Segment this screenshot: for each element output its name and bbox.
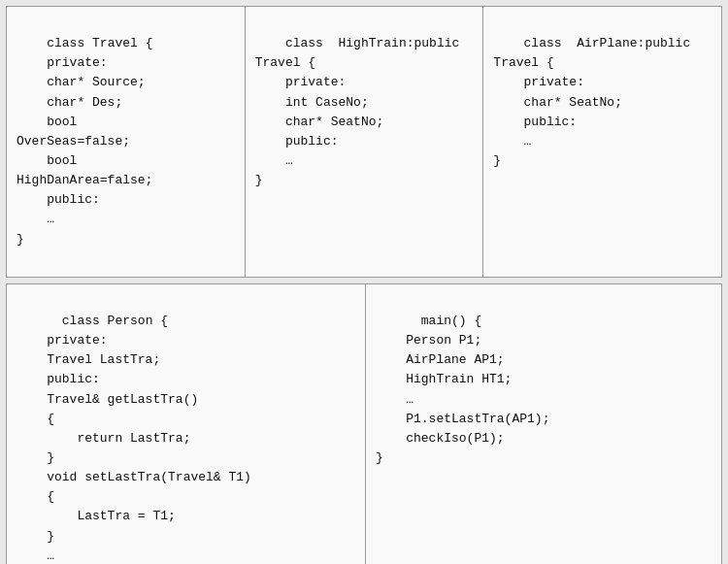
class-person-box: class Person { private: Travel LastTra; … xyxy=(7,284,366,564)
bottom-row-wrapper: class Person { private: Travel LastTra; … xyxy=(6,283,722,564)
class-travel-box: class Travel { private: char* Source; ch… xyxy=(7,7,246,277)
class-hightrain-code: class HighTrain:public Travel { private:… xyxy=(255,36,460,187)
bottom-row: class Person { private: Travel LastTra; … xyxy=(6,283,722,564)
class-airplane-box: class AirPlane:public Travel { private: … xyxy=(483,7,721,277)
main-code: main() { Person P1; AirPlane AP1; HighTr… xyxy=(376,314,549,465)
top-row: class Travel { private: char* Source; ch… xyxy=(6,6,722,278)
main-box: main() { Person P1; AirPlane AP1; HighTr… xyxy=(366,284,721,564)
class-airplane-code: class AirPlane:public Travel { private: … xyxy=(493,36,690,168)
class-travel-code: class Travel { private: char* Source; ch… xyxy=(17,36,152,246)
class-hightrain-box: class HighTrain:public Travel { private:… xyxy=(246,7,484,277)
class-person-code: class Person { private: Travel LastTra; … xyxy=(17,314,251,564)
